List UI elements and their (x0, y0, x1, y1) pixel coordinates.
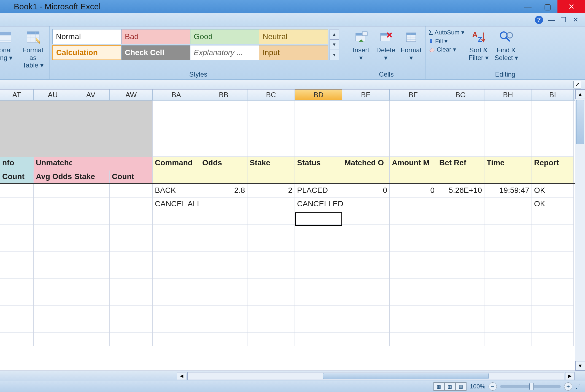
cell[interactable] (247, 211, 295, 225)
header-count-aw[interactable]: Count (110, 171, 153, 183)
hscroll-left-icon[interactable]: ◀ (177, 372, 186, 380)
cell[interactable] (342, 238, 390, 252)
conditional-formatting-button[interactable]: onaling ▾ (0, 28, 17, 63)
cell[interactable] (390, 211, 437, 225)
cell[interactable] (484, 211, 532, 225)
cell[interactable] (295, 279, 342, 292)
cell[interactable] (295, 171, 342, 183)
header-matched[interactable]: Matched O (342, 157, 390, 171)
zoom-knob[interactable] (529, 383, 534, 390)
cell[interactable] (200, 306, 247, 319)
gallery-down-icon[interactable]: ▼ (330, 39, 339, 50)
cell[interactable] (437, 265, 484, 279)
cell[interactable] (34, 252, 72, 265)
cell[interactable] (247, 319, 295, 333)
cell[interactable] (153, 252, 200, 265)
view-normal-icon[interactable]: ▦ (433, 382, 444, 391)
fill-button[interactable]: ⬇Fill ▾ (428, 38, 464, 45)
cell[interactable] (110, 198, 153, 211)
cell-amount[interactable]: 0 (390, 184, 437, 198)
header-betref[interactable]: Bet Ref (437, 157, 484, 171)
colhead-BB[interactable]: BB (200, 90, 247, 100)
sort-filter-button[interactable]: AZ Sort &Filter ▾ (467, 28, 490, 63)
cell[interactable] (295, 211, 342, 225)
cell[interactable] (390, 279, 437, 292)
cell[interactable] (532, 279, 574, 292)
cell[interactable] (200, 238, 247, 252)
header-lay-span-c[interactable] (110, 157, 153, 171)
cell[interactable] (34, 184, 72, 198)
cell[interactable] (72, 184, 110, 198)
cell[interactable] (153, 225, 200, 238)
view-page-layout-icon[interactable]: ▥ (444, 382, 455, 391)
cell[interactable] (437, 279, 484, 292)
cell[interactable] (0, 238, 34, 252)
cell[interactable] (390, 238, 437, 252)
gallery-more-icon[interactable]: ▾ (330, 50, 339, 60)
colhead-BC[interactable]: BC (247, 90, 295, 100)
style-good[interactable]: Good (190, 29, 259, 44)
cell[interactable] (200, 252, 247, 265)
colhead-BE[interactable]: BE (342, 90, 390, 100)
expand-formula-bar-icon[interactable]: ⤢ (573, 81, 581, 88)
cell[interactable] (0, 225, 34, 238)
cell[interactable] (72, 238, 110, 252)
cell[interactable] (247, 279, 295, 292)
header-lay-span-b[interactable] (72, 157, 110, 171)
vertical-scrollbar[interactable]: ▲ ▼ (575, 90, 585, 371)
colhead-BH[interactable]: BH (484, 90, 532, 100)
cell-odds[interactable]: 2.8 (200, 184, 247, 198)
spreadsheet-grid[interactable]: AT AU AV AW BA BB BC BD BE BF BG BH BI (0, 90, 575, 371)
cell-command[interactable]: BACK (153, 184, 200, 198)
scroll-down-icon[interactable]: ▼ (575, 361, 585, 371)
doc-minimize-icon[interactable]: — (548, 16, 555, 24)
cell[interactable] (437, 306, 484, 319)
cell[interactable] (0, 265, 34, 279)
cell[interactable] (34, 279, 72, 292)
insert-button[interactable]: Insert▾ (350, 28, 372, 63)
cell[interactable] (484, 171, 532, 183)
cell[interactable] (532, 252, 574, 265)
cell[interactable] (532, 292, 574, 306)
cell[interactable] (200, 333, 247, 346)
cell[interactable] (342, 101, 390, 157)
format-as-table-button[interactable]: Formatas Table ▾ (19, 28, 47, 70)
cell[interactable] (247, 292, 295, 306)
cell[interactable] (34, 333, 72, 346)
style-normal[interactable]: Normal (52, 29, 121, 44)
cell[interactable] (200, 171, 247, 183)
hscroll-right-icon[interactable]: ▶ (565, 372, 575, 380)
cell[interactable] (72, 252, 110, 265)
cell-betref[interactable]: 5.26E+10 (437, 184, 484, 198)
cell[interactable] (342, 252, 390, 265)
help-icon[interactable]: ? (535, 16, 543, 24)
cell[interactable] (153, 101, 200, 157)
cell[interactable] (34, 265, 72, 279)
cell[interactable] (247, 306, 295, 319)
cell[interactable] (200, 225, 247, 238)
cell[interactable] (437, 252, 484, 265)
hscroll-thumb[interactable] (323, 373, 489, 379)
style-bad[interactable]: Bad (121, 29, 190, 44)
cell[interactable] (110, 211, 153, 225)
cell[interactable] (532, 101, 574, 157)
cell[interactable] (342, 265, 390, 279)
cell[interactable] (200, 279, 247, 292)
cell-betref[interactable] (437, 198, 484, 211)
cell[interactable] (484, 279, 532, 292)
close-button[interactable]: ✕ (557, 0, 585, 13)
view-page-break-icon[interactable]: ▤ (455, 382, 467, 391)
cell-status[interactable]: CANCELLED (295, 198, 342, 211)
header-command[interactable]: Command (153, 157, 200, 171)
cell[interactable] (153, 238, 200, 252)
cell[interactable] (72, 306, 110, 319)
doc-restore-icon[interactable]: ❐ (560, 16, 567, 24)
cell[interactable] (295, 306, 342, 319)
colhead-AT[interactable]: AT (0, 90, 34, 100)
cell[interactable] (34, 306, 72, 319)
cell[interactable] (72, 319, 110, 333)
delete-button[interactable]: Delete▾ (375, 28, 397, 63)
cell[interactable] (72, 279, 110, 292)
cell[interactable] (532, 333, 574, 346)
colhead-BI[interactable]: BI (532, 90, 574, 100)
